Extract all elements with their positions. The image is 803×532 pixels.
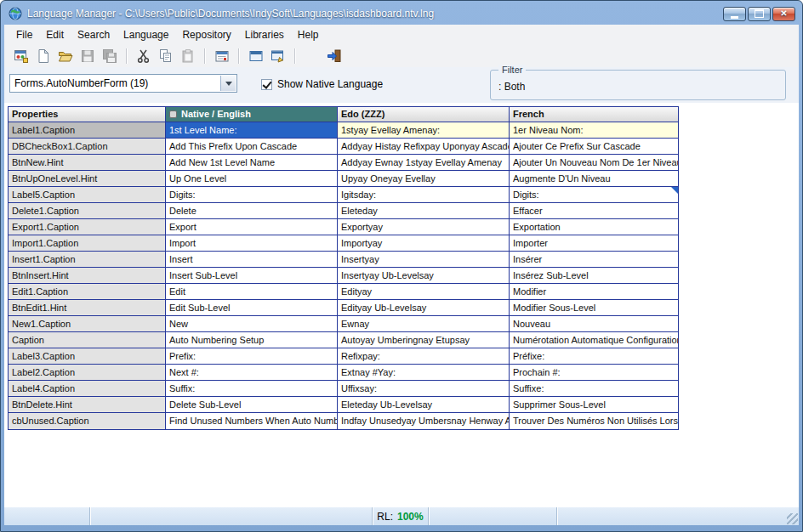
edo-cell[interactable]: Eleteday [338, 203, 510, 219]
property-cell[interactable]: BtnUpOneLevel.Hint [9, 171, 166, 187]
property-cell[interactable]: Import1.Caption [9, 235, 166, 252]
native-cell[interactable]: Find Unused Numbers When Auto Numbering [166, 413, 338, 429]
native-cell[interactable]: Edit Sub-Level [166, 300, 338, 316]
edo-cell[interactable]: Addyay Histay Refixpay Uponyay Ascadecay [338, 139, 510, 155]
combo-dropdown-button[interactable] [220, 76, 236, 91]
native-cell[interactable]: Add New 1st Level Name [166, 155, 338, 171]
edo-cell[interactable]: Insertyay [338, 252, 510, 268]
menu-language[interactable]: Language [117, 26, 175, 43]
native-cell[interactable]: 1st Level Name: [166, 122, 338, 139]
edo-cell[interactable]: Importyay [338, 235, 510, 252]
window-icon[interactable] [246, 47, 266, 65]
native-cell[interactable]: Prefix: [166, 348, 338, 365]
column-header-properties[interactable]: Properties [9, 107, 166, 122]
property-cell[interactable]: BtnInsert.Hint [9, 268, 166, 284]
native-cell[interactable]: Suffix: [166, 381, 338, 397]
property-cell[interactable]: Delete1.Caption [9, 203, 166, 219]
menu-repository[interactable]: Repository [175, 26, 237, 43]
french-cell[interactable]: Modifier [510, 284, 678, 300]
menu-help[interactable]: Help [291, 26, 326, 43]
native-cell[interactable]: Import [166, 235, 338, 252]
edo-cell[interactable]: Edityay Ub-Levelsay [338, 300, 510, 316]
native-cell[interactable]: Delete [166, 203, 338, 219]
menu-edit[interactable]: Edit [39, 26, 71, 43]
property-cell[interactable]: BtnEdit1.Hint [9, 300, 166, 316]
edo-cell[interactable]: 1styay Evellay Amenay: [338, 122, 510, 139]
edo-cell[interactable]: Ewnay [338, 316, 510, 332]
filter-value[interactable]: : Both [498, 81, 525, 93]
edo-cell[interactable]: Extnay #Yay: [338, 365, 510, 381]
titlebar[interactable]: Language Manager - C:\Users\Public\Docum… [1, 1, 802, 24]
menu-file[interactable]: File [9, 26, 39, 43]
property-cell[interactable]: New1.Caption [9, 316, 166, 332]
french-cell[interactable]: 1er Niveau Nom: [510, 122, 678, 139]
property-cell[interactable]: Edit1.Caption [9, 284, 166, 300]
french-cell[interactable]: Trouver Des Numéros Non Utilisés Lorsque [510, 413, 678, 429]
native-cell[interactable]: Delete Sub-Level [166, 397, 338, 413]
copy-icon[interactable] [156, 47, 176, 65]
french-cell[interactable]: Augmente D'Un Niveau [510, 171, 678, 187]
native-cell[interactable]: Add This Prefix Upon Cascade [166, 139, 338, 155]
close-button[interactable] [772, 7, 795, 21]
menu-libraries[interactable]: Libraries [238, 26, 291, 43]
save-all-icon[interactable] [100, 47, 120, 65]
french-cell[interactable]: Numérotation Automatique Configuration [510, 332, 678, 348]
french-cell[interactable]: Importer [510, 235, 678, 252]
french-cell[interactable]: Ajouter Ce Prefix Sur Cascade [510, 139, 678, 155]
french-cell[interactable]: Prochain #: [510, 365, 678, 381]
french-cell[interactable]: Modifier Sous-Level [510, 300, 678, 316]
save-icon[interactable] [77, 47, 98, 65]
edo-cell[interactable]: Exportyay [338, 219, 510, 235]
edo-cell[interactable]: Eleteday Ub-Levelsay [338, 397, 510, 413]
new-language-icon[interactable] [11, 47, 31, 65]
column-header-native-english[interactable]: Native / English [166, 107, 338, 122]
native-cell[interactable]: Export [166, 219, 338, 235]
edo-cell[interactable]: Upyay Oneyay Evellay [338, 171, 510, 187]
french-cell[interactable]: Nouveau [510, 316, 678, 332]
edo-cell[interactable]: Autoyay Umberingnay Etupsay [338, 332, 510, 348]
checkbox-checked-icon[interactable] [261, 79, 272, 90]
native-cell[interactable]: Edit [166, 284, 338, 300]
new-file-icon[interactable] [33, 47, 54, 65]
form-tools-icon[interactable] [268, 47, 288, 65]
property-cell[interactable]: Label1.Caption [9, 122, 166, 139]
property-cell[interactable]: DBCheckBox1.Caption [9, 139, 166, 155]
native-cell[interactable]: New [166, 316, 338, 332]
form-selector-combobox[interactable]: Forms.AutoNumberForm (19) [9, 74, 237, 93]
edo-cell[interactable]: Uffixsay: [338, 381, 510, 397]
calendar-icon[interactable] [212, 47, 232, 65]
cut-icon[interactable] [134, 47, 154, 65]
property-cell[interactable]: Export1.Caption [9, 219, 166, 235]
native-cell[interactable]: Up One Level [166, 171, 338, 187]
french-cell[interactable]: Ajouter Un Nouveau Nom De 1er Niveau [510, 155, 678, 171]
native-cell[interactable]: Auto Numbering Setup [166, 332, 338, 348]
edo-cell[interactable]: Indfay Unusedyay Umbersnay Henway Autoya… [338, 413, 510, 429]
resize-grip[interactable] [787, 513, 798, 524]
french-cell[interactable]: Digits: [510, 187, 678, 203]
exit-icon[interactable] [324, 47, 345, 65]
edo-cell[interactable]: Insertyay Ub-Levelsay [338, 268, 510, 284]
edo-cell[interactable]: Addyay Ewnay 1styay Evellay Amenay [338, 155, 510, 171]
property-cell[interactable]: cbUnused.Caption [9, 413, 166, 429]
property-cell[interactable]: BtnNew.Hint [9, 155, 166, 171]
column-header-french[interactable]: French [510, 107, 678, 122]
edo-cell[interactable]: Refixpay: [338, 348, 510, 365]
menu-search[interactable]: Search [71, 26, 117, 43]
property-cell[interactable]: Label2.Caption [9, 365, 166, 381]
property-cell[interactable]: Insert1.Caption [9, 252, 166, 268]
maximize-button[interactable] [748, 7, 771, 21]
property-cell[interactable]: Label5.Caption [9, 187, 166, 203]
french-cell[interactable]: Supprimer Sous-Level [510, 397, 678, 413]
minimize-button[interactable] [723, 7, 746, 21]
native-cell[interactable]: Insert Sub-Level [166, 268, 338, 284]
column-header-edo[interactable]: Edo (ZZZ) [338, 107, 510, 122]
native-cell[interactable]: Digits: [166, 187, 338, 203]
paste-icon[interactable] [178, 47, 198, 65]
french-cell[interactable]: Suffixe: [510, 381, 678, 397]
french-cell[interactable]: Exportation [510, 219, 678, 235]
native-cell[interactable]: Next #: [166, 365, 338, 381]
edo-cell[interactable]: Edityay [338, 284, 510, 300]
edo-cell[interactable]: Igitsday: [338, 187, 510, 203]
french-cell[interactable]: Insérez Sub-Level [510, 268, 678, 284]
native-cell[interactable]: Insert [166, 252, 338, 268]
